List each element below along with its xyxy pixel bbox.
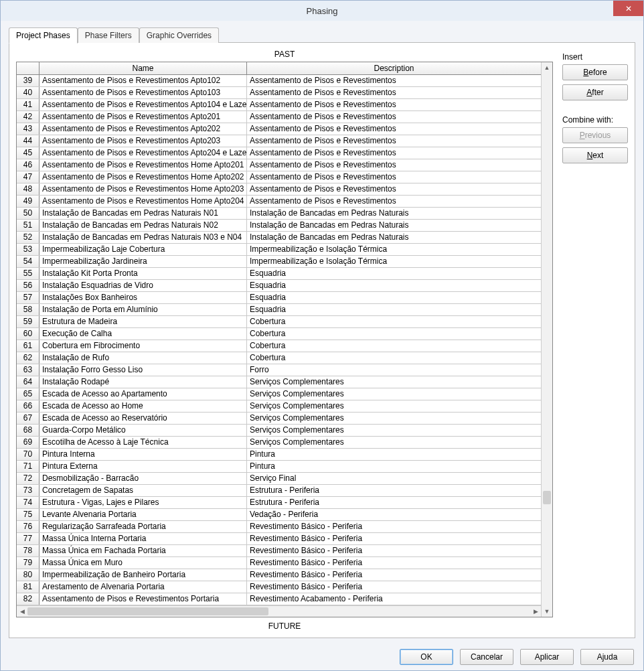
hscroll-thumb[interactable] xyxy=(27,607,268,615)
row-number[interactable]: 55 xyxy=(17,268,39,279)
table-row[interactable]: 51Instalação de Bancadas em Pedras Natur… xyxy=(17,220,541,232)
phase-desc-cell[interactable]: Pintura xyxy=(247,461,541,472)
row-number[interactable]: 79 xyxy=(17,557,39,569)
row-number[interactable]: 75 xyxy=(17,509,39,520)
horizontal-scrollbar[interactable]: ◀ ▶ xyxy=(17,605,541,617)
row-number[interactable]: 51 xyxy=(17,220,39,231)
scroll-left-icon[interactable]: ◀ xyxy=(17,606,27,617)
phase-name-cell[interactable]: Assentamento de Pisos e Revestimentos Ho… xyxy=(39,159,247,171)
phase-desc-cell[interactable]: Assentamento de Pisos e Revestimentos xyxy=(247,111,541,123)
phase-desc-cell[interactable]: Revestimento Básico - Periferia xyxy=(247,521,541,532)
table-row[interactable]: 61Cobertura em FibrocimentoCobertura xyxy=(17,340,541,352)
table-row[interactable]: 42Assentamento de Pisos e Revestimentos … xyxy=(17,111,541,123)
phase-name-cell[interactable]: Regularização Sarrafeada Portaria xyxy=(39,521,247,532)
phase-name-cell[interactable]: Assentamento de Pisos e Revestimentos Ap… xyxy=(39,111,247,123)
phase-desc-cell[interactable]: Pintura xyxy=(247,449,541,460)
row-number[interactable]: 73 xyxy=(17,485,39,496)
table-row[interactable]: 46Assentamento de Pisos e Revestimentos … xyxy=(17,159,541,171)
table-row[interactable]: 47Assentamento de Pisos e Revestimentos … xyxy=(17,171,541,183)
row-number[interactable]: 69 xyxy=(17,437,39,448)
table-row[interactable]: 41Assentamento de Pisos e Revestimentos … xyxy=(17,99,541,111)
phase-desc-cell[interactable]: Revestimento Básico - Periferia xyxy=(247,581,541,593)
row-number[interactable]: 61 xyxy=(17,340,39,352)
row-number[interactable]: 56 xyxy=(17,280,39,291)
row-number[interactable]: 76 xyxy=(17,521,39,532)
table-row[interactable]: 80Impermeabilização de Banheiro Portaria… xyxy=(17,569,541,581)
phase-desc-cell[interactable]: Vedação - Periferia xyxy=(247,509,541,520)
phase-desc-cell[interactable]: Revestimento Acabamento - Periferia xyxy=(247,593,541,605)
row-number[interactable]: 72 xyxy=(17,473,39,484)
phase-desc-cell[interactable]: Esquadria xyxy=(247,268,541,279)
table-row[interactable]: 76Regularização Sarrafeada PortariaReves… xyxy=(17,521,541,533)
phase-desc-cell[interactable]: Assentamento de Pisos e Revestimentos xyxy=(247,147,541,159)
table-row[interactable]: 43Assentamento de Pisos e Revestimentos … xyxy=(17,123,541,135)
table-row[interactable]: 45Assentamento de Pisos e Revestimentos … xyxy=(17,147,541,159)
table-row[interactable]: 71Pintura ExternaPintura xyxy=(17,461,541,473)
table-row[interactable]: 70Pintura InternaPintura xyxy=(17,449,541,461)
phase-name-cell[interactable]: Assentamento de Pisos e Revestimentos Ap… xyxy=(39,147,247,159)
table-row[interactable]: 55Instalação Kit Porta ProntaEsquadria xyxy=(17,268,541,280)
row-number[interactable]: 64 xyxy=(17,376,39,388)
phase-desc-cell[interactable]: Cobertura xyxy=(247,316,541,327)
table-row[interactable]: 54Impermeabilização JardineiraImpermeabi… xyxy=(17,256,541,268)
table-row[interactable]: 77Massa Única Interna PortariaRevestimen… xyxy=(17,533,541,545)
phase-name-cell[interactable]: Escada de Acesso ao Home xyxy=(39,400,247,412)
phase-desc-cell[interactable]: Esquadria xyxy=(247,304,541,315)
phase-name-cell[interactable]: Instalação Forro Gesso Liso xyxy=(39,364,247,376)
phase-desc-cell[interactable]: Revestimento Básico - Periferia xyxy=(247,533,541,544)
table-row[interactable]: 59Estrutura de MadeiraCobertura xyxy=(17,316,541,328)
phase-desc-cell[interactable]: Assentamento de Pisos e Revestimentos xyxy=(247,196,541,207)
row-number[interactable]: 58 xyxy=(17,304,39,315)
row-number[interactable]: 57 xyxy=(17,292,39,303)
grid-body[interactable]: 39Assentamento de Pisos e Revestimentos … xyxy=(17,75,541,605)
phase-name-cell[interactable]: Instalações Box Banheiros xyxy=(39,292,247,303)
table-row[interactable]: 65Escada de Acesso ao ApartamentoServiço… xyxy=(17,388,541,400)
phase-name-cell[interactable]: Pintura Externa xyxy=(39,461,247,472)
row-number[interactable]: 45 xyxy=(17,147,39,159)
apply-button[interactable]: Aplicar xyxy=(520,649,574,665)
help-button[interactable]: Ajuda xyxy=(580,649,634,665)
phase-desc-cell[interactable]: Estrutura - Periferia xyxy=(247,497,541,508)
previous-button[interactable]: Previous xyxy=(562,127,628,143)
col-header-name[interactable]: Name xyxy=(39,62,247,74)
row-number[interactable]: 47 xyxy=(17,171,39,183)
phase-desc-cell[interactable]: Cobertura xyxy=(247,328,541,340)
phase-name-cell[interactable]: Escada de Acesso ao Apartamento xyxy=(39,388,247,400)
phase-name-cell[interactable]: Assentamento de Pisos e Revestimentos Ho… xyxy=(39,183,247,195)
phase-name-cell[interactable]: Levante Alvenaria Portaria xyxy=(39,509,247,520)
table-row[interactable]: 53Impermeabilização Laje CoberturaImperm… xyxy=(17,244,541,256)
row-number[interactable]: 78 xyxy=(17,545,39,556)
table-row[interactable]: 40Assentamento de Pisos e Revestimentos … xyxy=(17,87,541,99)
table-row[interactable]: 79Massa Única em MuroRevestimento Básico… xyxy=(17,557,541,569)
row-number[interactable]: 63 xyxy=(17,364,39,376)
row-number[interactable]: 82 xyxy=(17,593,39,605)
phase-desc-cell[interactable]: Revestimento Básico - Periferia xyxy=(247,557,541,569)
phase-name-cell[interactable]: Assentamento de Pisos e Revestimentos Ho… xyxy=(39,196,247,207)
row-number[interactable]: 50 xyxy=(17,208,39,219)
table-row[interactable]: 73Concretagem de SapatasEstrutura - Peri… xyxy=(17,485,541,497)
phase-name-cell[interactable]: Massa Única em Fachada Portaria xyxy=(39,545,247,556)
phase-desc-cell[interactable]: Assentamento de Pisos e Revestimentos xyxy=(247,75,541,86)
phase-name-cell[interactable]: Instalação de Bancadas em Pedras Naturai… xyxy=(39,208,247,219)
phase-desc-cell[interactable]: Assentamento de Pisos e Revestimentos xyxy=(247,159,541,171)
phase-name-cell[interactable]: Assentamento de Pisos e Revestimentos Po… xyxy=(39,593,247,605)
phase-desc-cell[interactable]: Cobertura xyxy=(247,340,541,352)
phase-desc-cell[interactable]: Serviços Complementares xyxy=(247,400,541,412)
phase-name-cell[interactable]: Assentamento de Pisos e Revestimentos Ho… xyxy=(39,171,247,183)
table-row[interactable]: 67Escada de Acesso ao ReservatórioServiç… xyxy=(17,413,541,425)
ok-button[interactable]: OK xyxy=(400,649,453,665)
phase-desc-cell[interactable]: Assentamento de Pisos e Revestimentos xyxy=(247,171,541,183)
cancel-button[interactable]: Cancelar xyxy=(460,649,513,665)
phase-name-cell[interactable]: Instalação de Rufo xyxy=(39,352,247,364)
phase-desc-cell[interactable]: Serviços Complementares xyxy=(247,388,541,400)
tab-project-phases[interactable]: Project Phases xyxy=(9,27,78,44)
phase-name-cell[interactable]: Assentamento de Pisos e Revestimentos Ap… xyxy=(39,123,247,135)
row-number[interactable]: 44 xyxy=(17,135,39,147)
row-number[interactable]: 59 xyxy=(17,316,39,327)
tab-graphic-overrides[interactable]: Graphic Overrides xyxy=(139,27,219,43)
tab-phase-filters[interactable]: Phase Filters xyxy=(78,27,139,43)
phase-desc-cell[interactable]: Forro xyxy=(247,364,541,376)
row-number[interactable]: 53 xyxy=(17,244,39,255)
phase-name-cell[interactable]: Impermeabilização Jardineira xyxy=(39,256,247,267)
phase-desc-cell[interactable]: Estrutura - Periferia xyxy=(247,485,541,496)
